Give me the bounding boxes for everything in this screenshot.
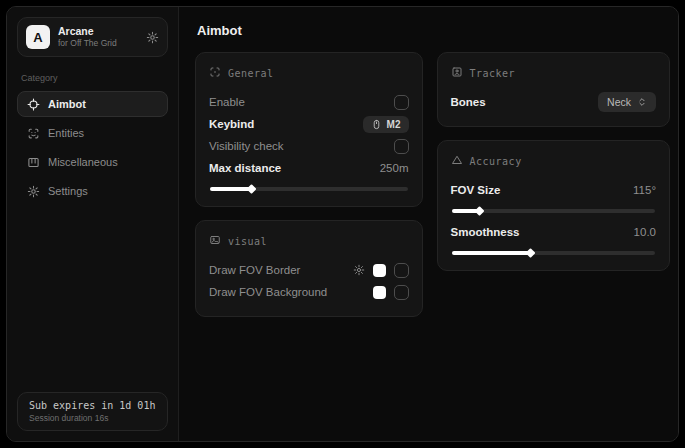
keyboard-icon: [27, 156, 40, 169]
smoothness-label: Smoothness: [451, 226, 520, 238]
card-title: visual: [228, 236, 267, 247]
gear-icon[interactable]: [146, 31, 159, 44]
image-icon: [209, 232, 221, 250]
app-subtitle: for Off The Grid: [58, 38, 138, 49]
sidebar-nav: Aimbot Entities: [17, 91, 168, 204]
subscription-info: Sub expires in 1d 01h Session duration 1…: [17, 392, 168, 431]
app-window: A Arcane for Off The Grid Category: [6, 6, 679, 442]
sidebar-item-entities[interactable]: Entities: [17, 120, 168, 146]
app-header-card: A Arcane for Off The Grid: [17, 17, 168, 57]
sidebar-item-label: Miscellaneous: [48, 156, 118, 168]
card-title: General: [228, 68, 274, 79]
app-name: Arcane: [58, 25, 138, 38]
slider-fill: [452, 251, 530, 255]
max-distance-row: Max distance 250m: [209, 157, 409, 179]
main-panel: Aimbot General Enabl: [179, 7, 678, 441]
fov-border-checkbox[interactable]: [394, 263, 409, 278]
sidebar-item-settings[interactable]: Settings: [17, 178, 168, 204]
smoothness-row: Smoothness 10.0: [451, 221, 657, 243]
mouse-icon: [371, 119, 382, 130]
visual-card: visual Draw FOV Border: [195, 220, 423, 317]
scan-dot-icon: [209, 64, 221, 82]
fov-background-checkbox[interactable]: [394, 285, 409, 300]
fov-background-row: Draw FOV Background: [209, 281, 409, 303]
general-card: General Enable Keybind M2: [195, 52, 423, 207]
smoothness-value: 10.0: [634, 226, 656, 238]
card-title: Tracker: [470, 68, 516, 79]
app-logo: A: [26, 25, 50, 49]
keybind-label: Keybind: [209, 118, 254, 130]
tracker-card: Tracker Bones Neck: [437, 52, 671, 127]
bones-select[interactable]: Neck: [598, 92, 656, 112]
slider-thumb[interactable]: [247, 184, 257, 194]
slider-thumb[interactable]: [525, 248, 535, 258]
visibility-check-checkbox[interactable]: [394, 139, 409, 154]
fov-size-label: FOV Size: [451, 184, 501, 196]
sidebar-item-label: Aimbot: [48, 98, 86, 110]
bones-row: Bones Neck: [451, 91, 657, 113]
session-duration-text: Session duration 16s: [29, 413, 156, 423]
person-scan-icon: [451, 64, 463, 82]
sidebar-item-label: Entities: [48, 127, 84, 139]
fov-border-row: Draw FOV Border: [209, 259, 409, 281]
sidebar: A Arcane for Off The Grid Category: [7, 7, 179, 441]
bones-selected-value: Neck: [607, 96, 631, 108]
max-distance-slider[interactable]: [210, 187, 408, 191]
visibility-check-row: Visibility check: [209, 135, 409, 157]
gear-icon: [27, 185, 40, 198]
smoothness-slider[interactable]: [452, 251, 656, 255]
keybind-value: M2: [387, 119, 401, 130]
gear-icon[interactable]: [353, 264, 365, 276]
slider-fill: [210, 187, 251, 191]
enable-checkbox[interactable]: [394, 95, 409, 110]
visibility-check-label: Visibility check: [209, 140, 284, 152]
sidebar-item-aimbot[interactable]: Aimbot: [17, 91, 168, 117]
sidebar-item-label: Settings: [48, 185, 88, 197]
fov-size-row: FOV Size 115°: [451, 179, 657, 201]
category-label: Category: [21, 73, 164, 83]
card-title: Accuracy: [470, 156, 522, 167]
slider-fill: [452, 209, 479, 213]
max-distance-value: 250m: [380, 162, 409, 174]
fov-border-label: Draw FOV Border: [209, 264, 300, 276]
scan-face-icon: [27, 127, 40, 140]
fov-background-label: Draw FOV Background: [209, 286, 327, 298]
sidebar-item-miscellaneous[interactable]: Miscellaneous: [17, 149, 168, 175]
crosshair-icon: [27, 98, 40, 111]
page-title: Aimbot: [197, 23, 670, 38]
chevrons-up-down-icon: [637, 97, 647, 107]
triangle-icon: [451, 152, 463, 170]
max-distance-label: Max distance: [209, 162, 281, 174]
fov-size-value: 115°: [633, 184, 656, 196]
bones-label: Bones: [451, 96, 486, 108]
enable-row: Enable: [209, 91, 409, 113]
keybind-row: Keybind M2: [209, 113, 409, 135]
fov-size-slider[interactable]: [452, 209, 656, 213]
accuracy-card: Accuracy FOV Size 115° Smoothness: [437, 140, 671, 271]
enable-label: Enable: [209, 96, 245, 108]
fov-border-color-swatch[interactable]: [373, 264, 386, 277]
keybind-button[interactable]: M2: [363, 116, 409, 133]
sub-expiry-text: Sub expires in 1d 01h: [29, 400, 156, 411]
fov-background-color-swatch[interactable]: [373, 286, 386, 299]
